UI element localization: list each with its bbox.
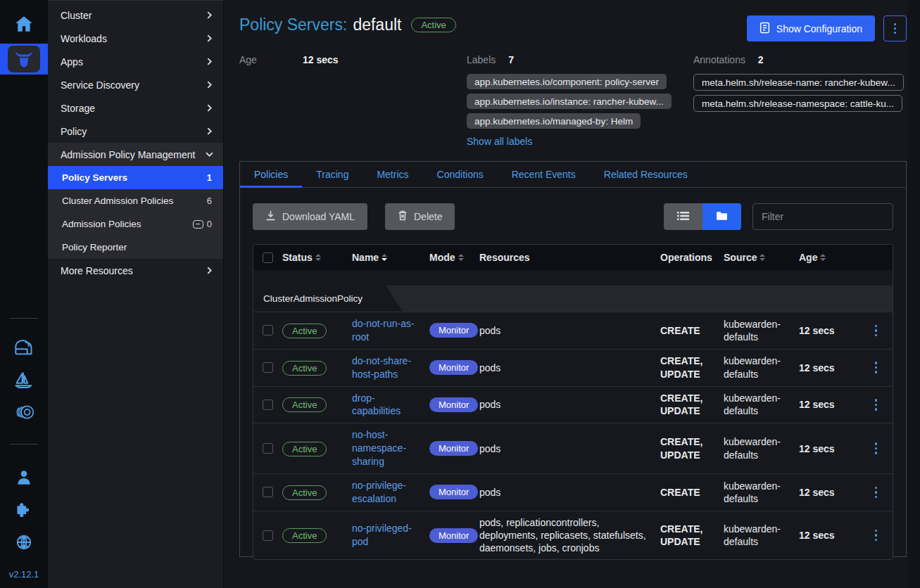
barn-icon[interactable]	[11, 337, 37, 358]
row-actions-menu-button[interactable]	[875, 487, 878, 499]
filter-input[interactable]	[752, 203, 893, 230]
column-header-resources[interactable]: Resources	[479, 252, 660, 263]
tab-policies[interactable]: Policies	[240, 162, 302, 187]
row-actions-menu-button[interactable]	[875, 530, 878, 542]
sidebar-item-label: Policy	[61, 126, 87, 137]
tab-conditions[interactable]: Conditions	[423, 162, 498, 187]
sidebar-item-cluster[interactable]: Cluster	[48, 4, 223, 27]
column-header-source[interactable]: Source	[724, 252, 799, 263]
sidebar-item-label: Workloads	[61, 33, 107, 44]
sidebar-item-cluster-admission-policies[interactable]: Cluster Admission Policies 6	[48, 189, 223, 212]
label-chip: app.kubernetes.io/component: policy-serv…	[467, 74, 667, 89]
sidebar-item-policy-reporter[interactable]: Policy Reporter	[48, 236, 223, 259]
home-icon[interactable]	[11, 13, 37, 35]
chevron-right-icon	[206, 10, 213, 21]
sidebar-group-header[interactable]: Admission Policy Management	[48, 143, 223, 166]
table-row: Active drop-capabilities Monitor pods CR…	[253, 386, 893, 423]
namespaced-resource-icon	[193, 220, 203, 229]
chevron-right-icon	[206, 103, 213, 114]
header-actions-menu-button[interactable]	[883, 15, 907, 41]
sidebar-item-workloads[interactable]: Workloads	[48, 27, 223, 50]
sailboat-icon[interactable]	[11, 369, 37, 390]
annotations-count: 2	[758, 54, 764, 65]
sidebar-item-service-discovery[interactable]: Service Discovery	[48, 73, 223, 96]
status-badge: Active	[282, 324, 327, 338]
chevron-right-icon	[206, 56, 213, 68]
sidebar-item-admission-policies[interactable]: Admission Policies 0	[48, 212, 223, 236]
download-yaml-button[interactable]: Download YAML	[253, 203, 367, 230]
download-yaml-label: Download YAML	[282, 211, 355, 222]
chevron-down-icon	[206, 149, 213, 160]
header-actions: Show Configuration	[747, 15, 907, 41]
row-checkbox[interactable]	[263, 325, 273, 335]
chevron-right-icon	[206, 33, 213, 44]
item-count: 0	[193, 219, 212, 229]
column-header-operations[interactable]: Operations	[660, 252, 724, 263]
select-all-checkbox[interactable]	[263, 253, 273, 263]
table-row: Active no-privileged-pod Monitor pods, r…	[253, 511, 893, 560]
labels-label: Labels	[467, 54, 496, 65]
page-title-prefix: Policy Servers:	[239, 15, 347, 34]
policy-name-link[interactable]: drop-capabilities	[352, 392, 429, 418]
active-cluster-item[interactable]	[0, 44, 48, 75]
age-cell: 12 secs	[799, 443, 855, 454]
coil-icon[interactable]	[11, 402, 37, 423]
resources-cell: pods	[479, 362, 660, 374]
row-actions-menu-button[interactable]	[875, 399, 878, 411]
row-actions-menu-button[interactable]	[875, 325, 878, 337]
tab-recent-events[interactable]: Recent Events	[498, 162, 590, 187]
main-content: Policy Servers: default Active Show Conf…	[224, 0, 920, 588]
tab-panel: Policies Tracing Metrics Conditions Rece…	[239, 161, 907, 557]
row-checkbox[interactable]	[263, 400, 273, 410]
mode-badge: Monitor	[429, 360, 478, 375]
sidebar-item-label: Policy Reporter	[62, 242, 127, 253]
globe-icon[interactable]	[11, 532, 37, 553]
sidebar-item-more-resources[interactable]: More Resources	[48, 259, 223, 282]
column-header-status[interactable]: Status	[282, 252, 352, 263]
group-row: ClusterAdmissionPolicy	[253, 286, 893, 312]
mode-badge: Monitor	[429, 397, 478, 412]
sidebar-item-policy[interactable]: Policy	[48, 120, 223, 143]
sort-icon	[820, 254, 826, 261]
list-icon	[677, 211, 689, 223]
scrollbar-track[interactable]	[908, 0, 920, 588]
source-cell: kubewarden-defaults	[724, 392, 799, 417]
source-cell: kubewarden-defaults	[724, 354, 799, 380]
sidebar-item-label: Cluster	[61, 10, 92, 21]
chevron-right-icon	[206, 79, 213, 91]
row-checkbox[interactable]	[263, 443, 273, 454]
person-icon[interactable]	[11, 467, 37, 488]
tab-related-resources[interactable]: Related Resources	[590, 162, 702, 187]
policy-name-link[interactable]: no-host-namespace-sharing	[352, 428, 429, 468]
puzzle-icon[interactable]	[11, 499, 37, 520]
sidebar-item-apps[interactable]: Apps	[48, 50, 223, 73]
policy-name-link[interactable]: do-not-run-as-root	[352, 317, 429, 344]
delete-button[interactable]: Delete	[385, 203, 455, 230]
age-cell: 12 secs	[799, 530, 855, 541]
sidebar-item-label: Service Discovery	[61, 79, 139, 91]
row-checkbox[interactable]	[263, 487, 273, 497]
show-configuration-button[interactable]: Show Configuration	[747, 15, 875, 41]
status-badge: Active	[282, 361, 327, 376]
policy-name-link[interactable]: no-privileged-pod	[352, 522, 429, 549]
policy-name-link[interactable]: no-privilege-escalation	[352, 479, 429, 506]
column-header-age[interactable]: Age	[799, 252, 855, 263]
sidebar-item-policy-servers[interactable]: Policy Servers 1	[48, 166, 223, 189]
sidebar-item-label: Admission Policies	[62, 219, 141, 229]
group-view-button[interactable]	[702, 203, 741, 230]
row-checkbox[interactable]	[263, 362, 273, 373]
show-all-labels-link[interactable]: Show all labels	[467, 136, 532, 147]
resource-name: default	[353, 15, 401, 34]
policy-name-link[interactable]: do-not-share-host-paths	[352, 354, 429, 381]
row-actions-menu-button[interactable]	[875, 362, 878, 373]
column-header-name[interactable]: Name	[352, 252, 429, 263]
list-view-button[interactable]	[664, 203, 702, 230]
table-row: Active do-not-share-host-paths Monitor p…	[253, 349, 893, 386]
tab-metrics[interactable]: Metrics	[363, 162, 422, 187]
row-actions-menu-button[interactable]	[875, 442, 878, 454]
column-header-mode[interactable]: Mode	[429, 252, 479, 263]
label-chip: app.kubernetes.io/managed-by: Helm	[467, 113, 641, 129]
sidebar-item-storage[interactable]: Storage	[48, 96, 223, 120]
row-checkbox[interactable]	[263, 530, 273, 541]
tab-tracing[interactable]: Tracing	[302, 162, 363, 187]
